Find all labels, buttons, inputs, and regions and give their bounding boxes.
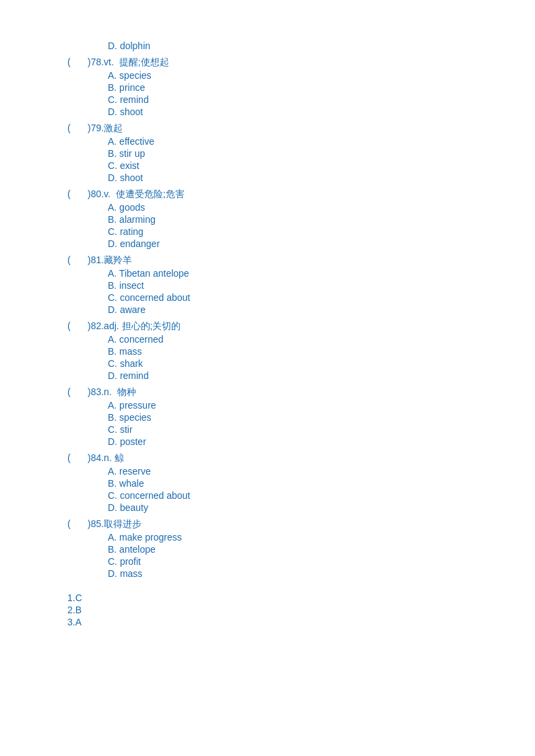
q81-option-d: D. aware [108,304,535,315]
answer-3: 3.A [67,617,535,627]
question-85-line: ( )85.取得进步 [67,518,535,530]
q79-paren: ( [67,123,88,133]
q78-option-a: A. species [108,70,535,81]
q84-text: )84.n. 鲸 [88,452,124,465]
q78-option-c: C. remind [108,94,535,105]
q78-option-b: B. prince [108,82,535,93]
q84-option-c: C. concerned about [108,490,535,501]
question-80: ( )80.v. 使遭受危险;危害 A. goods B. alarming C… [67,188,535,249]
q78-paren: ( [67,57,88,67]
question-85: ( )85.取得进步 A. make progress B. antelope … [67,518,535,579]
q80-option-b: B. alarming [108,214,535,225]
q78-text: )78.vt. 提醒;使想起 [88,57,169,69]
question-84-line: ( )84.n. 鲸 [67,452,535,465]
question-79-line: ( )79.激起 [67,123,535,135]
q83-text: )83.n. 物种 [88,386,136,399]
question-78: ( )78.vt. 提醒;使想起 A. species B. prince C.… [67,57,535,117]
q80-option-a: A. goods [108,202,535,213]
q79-option-a: A. effective [108,136,535,147]
q82-text: )82.adj. 担心的;关切的 [88,320,181,333]
question-81: ( )81.藏羚羊 A. Tibetan antelope B. insect … [67,254,535,315]
q84-option-a: A. reserve [108,466,535,477]
question-79: ( )79.激起 A. effective B. stir up C. exis… [67,123,535,183]
q80-option-c: C. rating [108,226,535,237]
q83-paren: ( [67,386,88,397]
answer-section: 1.C 2.B 3.A [0,592,535,627]
q83-option-c: C. stir [108,424,535,435]
q79-text: )79.激起 [88,123,123,135]
q81-option-b: B. insect [108,280,535,291]
q81-text: )81.藏羚羊 [88,254,132,267]
question-84: ( )84.n. 鲸 A. reserve B. whale C. concer… [67,452,535,513]
q85-option-c: C. profit [108,556,535,567]
q81-option-c: C. concerned about [108,292,535,303]
q85-option-d: D. mass [108,568,535,579]
question-83: ( )83.n. 物种 A. pressure B. species C. st… [67,386,535,447]
q85-option-b: B. antelope [108,544,535,555]
q79-option-d: D. shoot [108,172,535,183]
q82-option-a: A. concerned [108,334,535,345]
q80-option-d: D. endanger [108,238,535,249]
q81-option-a: A. Tibetan antelope [108,268,535,279]
q82-option-c: C. shark [108,358,535,369]
option-dolphin: D. dolphin [108,40,535,51]
question-82-line: ( )82.adj. 担心的;关切的 [67,320,535,333]
q81-paren: ( [67,254,88,265]
q85-option-a: A. make progress [108,532,535,543]
answer-2: 2.B [67,605,535,615]
question-80-line: ( )80.v. 使遭受危险;危害 [67,188,535,201]
q80-paren: ( [67,188,88,199]
q84-option-d: D. beauty [108,502,535,513]
q83-option-b: B. species [108,412,535,423]
q83-option-d: D. poster [108,436,535,447]
q85-paren: ( [67,518,88,529]
q82-paren: ( [67,320,88,331]
prev-question-block: D. dolphin [67,40,535,51]
q82-option-b: B. mass [108,346,535,357]
q80-text: )80.v. 使遭受危险;危害 [88,188,185,201]
main-content: D. dolphin ( )78.vt. 提醒;使想起 A. species B… [0,40,535,579]
question-81-line: ( )81.藏羚羊 [67,254,535,267]
q84-paren: ( [67,452,88,463]
q79-option-b: B. stir up [108,148,535,159]
q84-option-b: B. whale [108,478,535,489]
question-82: ( )82.adj. 担心的;关切的 A. concerned B. mass … [67,320,535,381]
q85-text: )85.取得进步 [88,518,141,530]
q79-option-c: C. exist [108,160,535,171]
question-83-line: ( )83.n. 物种 [67,386,535,399]
answer-1: 1.C [67,592,535,603]
question-78-line: ( )78.vt. 提醒;使想起 [67,57,535,69]
q82-option-d: D. remind [108,370,535,381]
q78-option-d: D. shoot [108,106,535,117]
q83-option-a: A. pressure [108,400,535,411]
